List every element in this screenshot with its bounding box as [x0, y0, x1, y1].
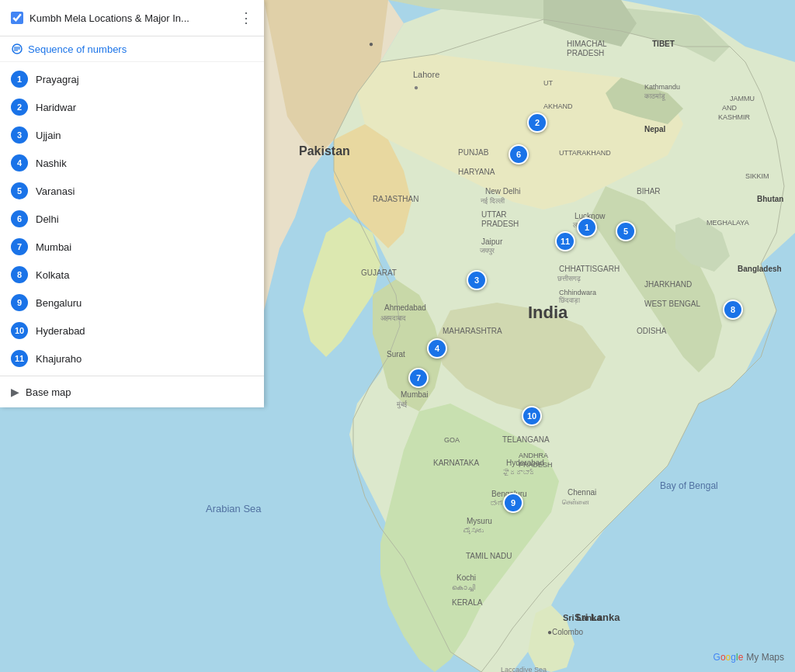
svg-text:AKHAND: AKHAND — [543, 102, 573, 110]
svg-text:Kathmandu: Kathmandu — [644, 83, 680, 91]
svg-text:BIHAR: BIHAR — [637, 187, 661, 196]
svg-text:PRADESH: PRADESH — [481, 220, 519, 228]
svg-text:MEGHALAYA: MEGHALAYA — [706, 219, 749, 227]
location-name: Mumbai — [36, 241, 71, 253]
location-item[interactable]: 7 Mumbai — [0, 233, 264, 261]
map-marker-4[interactable]: 4 — [427, 338, 447, 359]
svg-text:छत्तीसगढ़: छत्तीसगढ़ — [557, 275, 581, 282]
location-name: Ujjain — [36, 130, 61, 141]
svg-text:WEST BENGAL: WEST BENGAL — [644, 300, 700, 308]
location-name: Kolkata — [36, 269, 69, 281]
sidebar: Kumbh Mela Locations & Major In... ⋮ Seq… — [0, 0, 264, 407]
map-marker-1[interactable]: 1 — [577, 217, 597, 237]
location-name: Bengaluru — [36, 297, 82, 309]
location-item[interactable]: 4 Nashik — [0, 149, 264, 177]
svg-text:काठमांडू: काठमांडू — [644, 92, 666, 101]
map-marker-6[interactable]: 6 — [509, 144, 529, 165]
location-list: 1 Prayagraj 2 Haridwar 3 Ujjain 4 Nashik… — [0, 62, 264, 376]
location-item[interactable]: 1 Prayagraj — [0, 65, 264, 93]
svg-text:KERALA: KERALA — [452, 598, 483, 607]
location-badge: 6 — [11, 210, 28, 227]
svg-text:Mumbai: Mumbai — [401, 390, 429, 399]
svg-text:CHHATTISGARH: CHHATTISGARH — [559, 265, 620, 273]
layer-checkbox[interactable] — [11, 12, 23, 24]
map-marker-7[interactable]: 7 — [408, 368, 429, 388]
base-map-section[interactable]: ▶ Base map — [0, 376, 264, 407]
svg-text:Sri Lanka: Sri Lanka — [563, 613, 602, 622]
more-options-icon[interactable]: ⋮ — [239, 9, 253, 26]
location-item[interactable]: 2 Haridwar — [0, 93, 264, 121]
svg-text:छिंदवाड़ा: छिंदवाड़ा — [558, 296, 581, 304]
location-badge: 10 — [11, 322, 28, 339]
svg-text:मुंबई: मुंबई — [396, 400, 408, 409]
svg-text:●: ● — [369, 40, 373, 48]
svg-text:Jaipur: Jaipur — [481, 237, 503, 246]
location-item[interactable]: 3 Ujjain — [0, 121, 264, 149]
google-my-maps-logo: Google My Maps — [713, 652, 784, 663]
svg-text:UTTAR: UTTAR — [481, 210, 507, 219]
svg-text:जयपुर: जयपुर — [479, 247, 495, 255]
location-name: Hyderabad — [36, 325, 85, 337]
base-map-label: Base map — [26, 386, 71, 398]
location-item[interactable]: 6 Delhi — [0, 205, 264, 233]
map-marker-11[interactable]: 11 — [555, 231, 575, 251]
svg-text:GUJARAT: GUJARAT — [361, 268, 397, 277]
svg-text:TAMIL NADU: TAMIL NADU — [466, 552, 512, 560]
sidebar-header: Kumbh Mela Locations & Major In... ⋮ — [0, 0, 264, 36]
map-marker-2[interactable]: 2 — [527, 113, 547, 133]
svg-text:Chhindwara: Chhindwara — [559, 289, 596, 296]
location-badge: 4 — [11, 154, 28, 171]
map-marker-9[interactable]: 9 — [503, 493, 523, 513]
location-name: Khajuraho — [36, 353, 82, 365]
svg-text:ANDHRA: ANDHRA — [519, 452, 548, 459]
location-item[interactable]: 8 Kolkata — [0, 261, 264, 289]
google-text: Google — [713, 652, 744, 663]
svg-text:अहमदाबाद: अहमदाबाद — [380, 314, 406, 322]
svg-text:UTTARAKHAND: UTTARAKHAND — [559, 149, 611, 157]
svg-text:PUNJAB: PUNJAB — [458, 148, 489, 157]
svg-text:●: ● — [414, 83, 418, 92]
svg-text:ಮೈಸೂರು: ಮೈಸೂರು — [463, 527, 484, 535]
svg-text:Lahore: Lahore — [413, 70, 439, 79]
svg-text:Ahmedabad: Ahmedabad — [384, 303, 426, 312]
location-badge: 9 — [11, 294, 28, 311]
svg-text:TIBET: TIBET — [652, 40, 675, 48]
location-item[interactable]: 5 Varanasi — [0, 177, 264, 205]
map-marker-3[interactable]: 3 — [467, 270, 487, 290]
sequence-label[interactable]: Sequence of numbers — [0, 36, 264, 62]
sidebar-title: Kumbh Mela Locations & Major In... — [30, 12, 233, 24]
my-maps-text: My Maps — [746, 652, 784, 663]
svg-text:Bay of Bengal: Bay of Bengal — [660, 480, 718, 491]
svg-text:HARYANA: HARYANA — [458, 168, 495, 176]
location-badge: 7 — [11, 238, 28, 255]
svg-text:హైదరాబాద్: హైదరాబాద్ — [503, 469, 536, 476]
svg-text:ODISHA: ODISHA — [637, 327, 667, 335]
location-name: Delhi — [36, 213, 59, 225]
location-badge: 1 — [11, 71, 28, 88]
location-badge: 11 — [11, 350, 28, 367]
svg-text:JAMMU: JAMMU — [730, 95, 755, 102]
location-badge: 2 — [11, 99, 28, 116]
svg-text:RAJASTHAN: RAJASTHAN — [373, 195, 418, 203]
svg-text:Bhutan: Bhutan — [757, 195, 783, 203]
svg-text:Kochi: Kochi — [457, 573, 476, 582]
location-item[interactable]: 11 Khajuraho — [0, 345, 264, 372]
svg-text:Pakistan: Pakistan — [299, 144, 350, 158]
map-marker-8[interactable]: 8 — [723, 300, 743, 320]
svg-text:KARNATAKA: KARNATAKA — [433, 459, 479, 467]
chevron-icon: ▶ — [11, 386, 19, 398]
location-badge: 3 — [11, 126, 28, 144]
sequence-text: Sequence of numbers — [28, 43, 127, 55]
map-marker-10[interactable]: 10 — [522, 406, 542, 426]
svg-text:Islamabad: Islamabad — [380, 0, 420, 2]
svg-text:HIMACHAL: HIMACHAL — [567, 40, 607, 48]
location-item[interactable]: 10 Hyderabad — [0, 317, 264, 345]
svg-text:India: India — [528, 303, 568, 322]
location-name: Prayagraj — [36, 74, 79, 85]
svg-text:UT: UT — [543, 79, 553, 87]
map-marker-5[interactable]: 5 — [616, 221, 636, 241]
location-badge: 5 — [11, 182, 28, 199]
svg-text:New Delhi: New Delhi — [485, 187, 521, 196]
svg-text:Bangladesh: Bangladesh — [738, 265, 782, 273]
location-item[interactable]: 9 Bengaluru — [0, 289, 264, 317]
